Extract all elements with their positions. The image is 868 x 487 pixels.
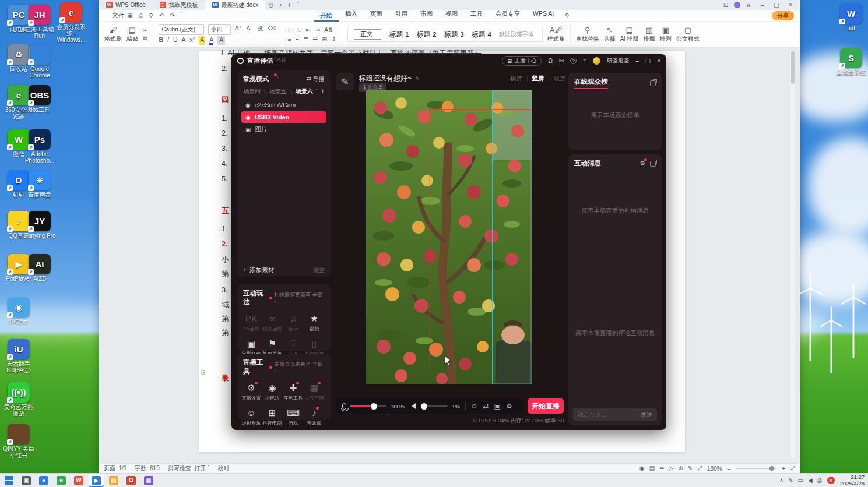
mic-volume-slider[interactable]: [350, 405, 386, 407]
font-tool-icon[interactable]: ⌫: [268, 24, 276, 35]
interactive-tool[interactable]: ∞ 观众连线: [262, 312, 283, 333]
font-style-button[interactable]: U: [173, 36, 178, 45]
live-tool[interactable]: ☺ 虚拟形象: [241, 407, 262, 427]
wps-document-tab[interactable]: W 最新搭建.docx: [205, 0, 266, 10]
paragraph-tool-icon[interactable]: Ξ: [295, 36, 299, 43]
ribbon-tool-button[interactable]: ▢ 公文模式: [676, 26, 700, 43]
live-tool[interactable]: ♪ 音效库: [304, 407, 325, 427]
view-mode-icon[interactable]: ≣: [659, 465, 664, 472]
panel-badge[interactable]: 专属会员更新至 全部 ›: [269, 361, 325, 374]
desktop-icon[interactable]: JY Jianying Pro: [23, 211, 56, 239]
ribbon-tool-button[interactable]: ▥ 排版: [644, 26, 655, 43]
wps-maximize-button[interactable]: ▢: [771, 2, 782, 8]
view-mode-icon[interactable]: ⊕: [678, 465, 683, 472]
source-item[interactable]: ◉ e2eSoft iVCam: [241, 99, 326, 111]
ribbon-tab[interactable]: 开始: [314, 10, 339, 22]
live-tool[interactable]: ▦ 人气王牌: [304, 382, 325, 402]
clear-button[interactable]: 清空: [313, 266, 325, 274]
panel-badge[interactable]: 礼物展馆更新至 全部 ›: [269, 291, 325, 305]
wps-minimize-button[interactable]: –: [757, 2, 768, 8]
tray-badge-icon[interactable]: S: [827, 477, 835, 484]
screen-mode-option[interactable]: 横屏: [510, 75, 522, 83]
desktop-icon[interactable]: AI AIZB: [23, 254, 56, 282]
paragraph-tool-icon[interactable]: ⊞: [322, 36, 328, 43]
live-tool[interactable]: ✚ 互动工具: [283, 382, 304, 402]
tray-icon[interactable]: ▭: [798, 477, 803, 484]
cut-icon[interactable]: ✂: [143, 27, 147, 34]
help-icon[interactable]: ?: [570, 58, 577, 64]
screen-mode-option[interactable]: 双屏: [554, 75, 566, 83]
mode-caret-icon[interactable]: ˇ: [277, 76, 279, 82]
control-bar-icon[interactable]: ⚙: [506, 402, 512, 410]
status-item[interactable]: 页面: 1/1: [104, 464, 126, 472]
view-mode-icon[interactable]: ✎: [688, 465, 693, 472]
taskbar-app[interactable]: e: [54, 474, 69, 487]
paragraph-tool-icon[interactable]: ≡: [287, 36, 291, 43]
style-gallery-item[interactable]: 标题1: [389, 30, 409, 40]
status-item[interactable]: 字数: 619: [135, 464, 159, 472]
fullscreen-icon[interactable]: ⤢: [790, 465, 795, 472]
ribbon-tab[interactable]: WPS AI: [526, 10, 560, 22]
taskbar-app[interactable]: ▦: [141, 474, 156, 487]
style-gallery-item[interactable]: 标题4: [472, 30, 491, 40]
taskbar-app[interactable]: e: [36, 474, 51, 487]
stream-title[interactable]: 标题还没有想好~ ✎: [359, 73, 420, 83]
interactive-tool[interactable]: PK PK连线: [241, 312, 262, 333]
taskbar-clock[interactable]: 21:27 2025/4/28: [840, 474, 865, 486]
wps-grid-icon[interactable]: ⊞: [720, 2, 732, 8]
tray-icon[interactable]: ✎: [788, 477, 793, 484]
font-style-button[interactable]: x²: [190, 36, 195, 45]
quick-access-icon[interactable]: ⚲: [149, 12, 153, 19]
source-item[interactable]: ▣ 图片: [241, 123, 326, 135]
screen-mode-option[interactable]: 竖屏: [532, 75, 544, 83]
chat-input-box[interactable]: 发送: [573, 408, 657, 421]
tray-icon[interactable]: ⎙: [817, 477, 822, 484]
live-tool[interactable]: ⚙ 直播设置: [241, 382, 262, 402]
ribbon-search-icon[interactable]: ⚲: [565, 12, 569, 19]
drag-handle-icon[interactable]: ⠿: [201, 369, 205, 377]
font-style-button[interactable]: B: [159, 36, 163, 45]
live-tool[interactable]: ◉ 小玩法: [262, 382, 283, 402]
taskbar-app[interactable]: ▶: [89, 474, 104, 487]
popout-icon[interactable]: [650, 161, 656, 167]
paragraph-tool-icon[interactable]: ⒈: [296, 26, 302, 34]
menu-icon[interactable]: ≡: [583, 58, 586, 64]
font-style-button[interactable]: I: [167, 36, 169, 45]
desktop-icon[interactable]: S 全能金系统: [835, 48, 867, 76]
ribbon-tab[interactable]: 会员专享: [489, 10, 526, 22]
style-gallery-item[interactable]: 正文: [354, 29, 381, 40]
view-mode-icon[interactable]: ◉: [639, 465, 645, 472]
share-button[interactable]: 分享: [772, 11, 794, 20]
wps-close-button[interactable]: ×: [785, 2, 796, 8]
app-maximize-button[interactable]: ▢: [645, 58, 651, 64]
wps-document-tab[interactable]: W WPS Office: [99, 0, 153, 10]
wps-document-tab[interactable]: ▢ 找靠壳模板: [153, 0, 205, 10]
paragraph-tool-icon[interactable]: ☰: [312, 36, 318, 43]
quick-access-icon[interactable]: ↶: [159, 12, 164, 19]
live-tool[interactable]: ⊞ 抖音电商: [262, 407, 283, 427]
paragraph-tool-icon[interactable]: ∷: [287, 26, 291, 34]
desktop-icon[interactable]: OBS obs工具: [23, 85, 56, 113]
video-preview[interactable]: +: [366, 90, 532, 384]
send-button[interactable]: 发送: [641, 411, 652, 419]
chat-input[interactable]: [578, 411, 641, 418]
desktop-icon[interactable]: Ps Adobe Photosho...: [23, 129, 56, 164]
edit-pencil-icon[interactable]: ✎: [415, 76, 420, 82]
director-mode-button[interactable]: ⇄ 导播: [307, 75, 325, 83]
quick-access-icon[interactable]: ↷: [170, 12, 174, 19]
anchor-center-button[interactable]: ⊟ 主播中心: [502, 56, 542, 66]
style-gallery-item[interactable]: 标题2: [416, 30, 436, 40]
zoom-level[interactable]: 180%: [707, 465, 722, 472]
wps-avatar[interactable]: [734, 2, 740, 8]
quick-access-icon[interactable]: ˇ: [181, 12, 182, 19]
messages-settings-icon[interactable]: ⚙: [639, 160, 645, 167]
font-style-button[interactable]: A: [217, 36, 225, 45]
start-button[interactable]: [1, 474, 16, 487]
status-item[interactable]: 拼写检查: 打开 ˇ: [168, 464, 210, 472]
control-bar-icon[interactable]: ☺: [470, 402, 477, 410]
status-item[interactable]: 校对: [217, 464, 229, 472]
document-scrollbar[interactable]: [790, 50, 795, 458]
control-bar-icon[interactable]: ⇄: [483, 402, 489, 410]
tray-icon[interactable]: ◀: [808, 477, 813, 484]
font-style-button[interactable]: A: [182, 36, 186, 45]
